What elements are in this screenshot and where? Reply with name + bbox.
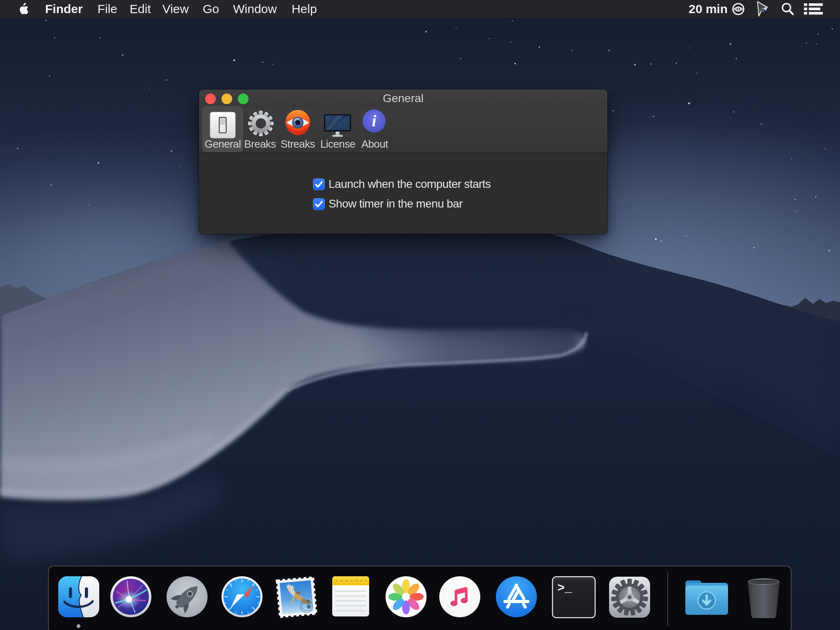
svg-text:i: i <box>372 112 376 130</box>
svg-text:>_: >_ <box>557 581 573 595</box>
